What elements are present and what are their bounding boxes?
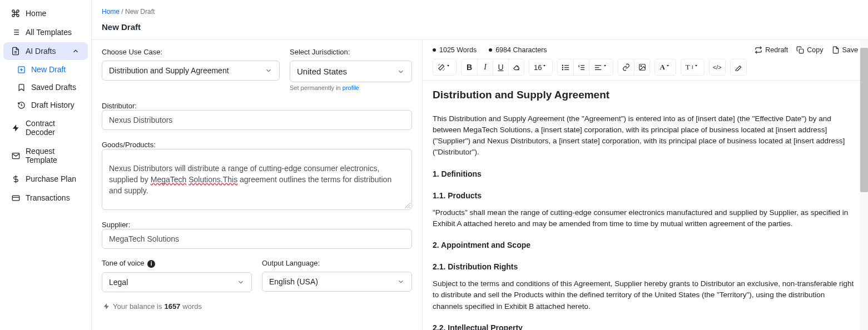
sidebar-item-label: Draft History bbox=[31, 101, 75, 109]
bold-button[interactable]: B bbox=[462, 59, 477, 75]
image-button[interactable] bbox=[634, 59, 649, 75]
sidebar-item-label: New Draft bbox=[31, 65, 66, 74]
svg-point-23 bbox=[562, 69, 563, 69]
editor-body[interactable]: Distribution and Supply Agreement This D… bbox=[423, 81, 868, 330]
use-case-select[interactable]: Distribution and Supply Agreement bbox=[102, 61, 280, 81]
svg-rect-15 bbox=[800, 49, 804, 53]
tone-label: Tone of voice i bbox=[102, 259, 252, 268]
magic-wand-button[interactable] bbox=[433, 59, 456, 75]
link-button[interactable] bbox=[618, 59, 634, 75]
svg-point-22 bbox=[562, 67, 563, 67]
sidebar-item-label: Contract Decoder bbox=[26, 119, 80, 137]
copy-button[interactable]: Copy bbox=[796, 46, 823, 54]
sidebar-sub-draft-history[interactable]: Draft History bbox=[9, 97, 88, 113]
dot-icon bbox=[489, 48, 492, 52]
svg-marker-33 bbox=[667, 65, 669, 67]
underline-button[interactable]: U bbox=[493, 59, 508, 75]
svg-rect-13 bbox=[12, 196, 19, 201]
sidebar: Home All Templates AI Drafts New Draft S… bbox=[0, 0, 92, 330]
char-count: 6984 Characters bbox=[495, 46, 547, 54]
sidebar-item-request-template[interactable]: Request Template bbox=[3, 142, 88, 169]
info-icon[interactable]: i bbox=[147, 260, 155, 268]
editor-stats: 1025 Words 6984 Characters bbox=[433, 46, 547, 54]
list-icon bbox=[11, 28, 20, 37]
sidebar-sub-saved-drafts[interactable]: Saved Drafts bbox=[9, 79, 88, 96]
sidebar-item-label: Request Template bbox=[26, 147, 80, 164]
lang-label: Output Language: bbox=[262, 259, 412, 267]
doc-heading: 2. Appointment and Scope bbox=[433, 239, 856, 251]
sidebar-item-home[interactable]: Home bbox=[3, 4, 88, 22]
lang-value: English (USA) bbox=[269, 277, 318, 286]
lang-select[interactable]: English (USA) bbox=[262, 272, 412, 292]
main-pane: Home / New Draft New Draft Choose Use Ca… bbox=[92, 0, 868, 330]
sidebar-item-purchase-plan[interactable]: Purchase Plan bbox=[3, 170, 88, 188]
jurisdiction-hint: Set permanently in profile bbox=[290, 84, 412, 91]
svg-marker-34 bbox=[695, 65, 697, 67]
mail-icon bbox=[11, 151, 20, 160]
supplier-input[interactable]: MegaTech Solutions bbox=[102, 229, 412, 249]
chevron-down-icon bbox=[397, 68, 405, 76]
redraft-button[interactable]: Redraft bbox=[754, 46, 788, 54]
form-pane: Choose Use Case: Distribution and Supply… bbox=[92, 40, 423, 330]
file-icon bbox=[11, 47, 20, 56]
sidebar-sub-new-draft[interactable]: New Draft bbox=[9, 61, 88, 78]
dot-icon bbox=[433, 48, 436, 52]
sidebar-item-label: Purchase Plan bbox=[26, 174, 76, 183]
doc-intro: This Distribution and Supply Agreement (… bbox=[433, 113, 856, 158]
ordered-list-button[interactable] bbox=[573, 59, 589, 75]
doc-heading: 1. Definitions bbox=[433, 168, 856, 180]
doc-paragraph: "Products" shall mean the range of cutti… bbox=[433, 207, 856, 230]
jurisdiction-select[interactable]: United States bbox=[290, 61, 412, 82]
sidebar-item-ai-drafts[interactable]: AI Drafts bbox=[3, 42, 88, 60]
plus-square-icon bbox=[17, 65, 26, 74]
sidebar-item-all-templates[interactable]: All Templates bbox=[3, 23, 88, 41]
doc-title: Distribution and Supply Agreement bbox=[433, 87, 856, 103]
card-icon bbox=[11, 193, 20, 202]
code-button[interactable]: </> bbox=[710, 59, 725, 75]
distributor-input[interactable]: Nexus Distributors bbox=[102, 110, 412, 130]
fontcolor-button[interactable]: A bbox=[655, 59, 675, 75]
editor-pane: 1025 Words 6984 Characters Redraft Copy … bbox=[423, 40, 868, 330]
dollar-icon bbox=[11, 174, 20, 183]
scrollbar-track[interactable] bbox=[860, 40, 868, 330]
italic-button[interactable]: I bbox=[477, 59, 493, 75]
distributor-label: Distributor: bbox=[102, 102, 137, 110]
sidebar-item-transactions[interactable]: Transactions bbox=[3, 189, 88, 207]
highlight-button[interactable] bbox=[731, 59, 746, 75]
sidebar-submenu: New Draft Saved Drafts Draft History bbox=[0, 61, 91, 113]
svg-point-32 bbox=[641, 66, 642, 67]
sidebar-item-label: Transactions bbox=[26, 193, 70, 202]
chevron-down-icon bbox=[397, 278, 405, 286]
refresh-icon bbox=[754, 46, 763, 54]
svg-marker-16 bbox=[447, 65, 449, 67]
doc-paragraph: Subject to the terms and conditions of t… bbox=[433, 278, 856, 312]
profile-link[interactable]: profile bbox=[343, 84, 359, 91]
eraser-button[interactable] bbox=[508, 59, 524, 75]
unordered-list-button[interactable] bbox=[558, 59, 573, 75]
save-button[interactable]: Save bbox=[831, 46, 859, 54]
breadcrumb-home[interactable]: Home bbox=[102, 8, 120, 16]
doc-subheading: 2.1. Distribution Rights bbox=[433, 261, 856, 273]
command-icon bbox=[11, 9, 20, 18]
svg-point-21 bbox=[562, 65, 563, 66]
use-case-value: Distribution and Supply Agreement bbox=[109, 66, 229, 75]
file-icon bbox=[831, 46, 840, 54]
align-button[interactable] bbox=[589, 59, 613, 75]
bookmark-icon bbox=[17, 83, 26, 92]
chevron-up-icon bbox=[71, 47, 80, 56]
sidebar-item-contract-decoder[interactable]: Contract Decoder bbox=[3, 114, 88, 141]
jurisdiction-label: Select Jurisdiction: bbox=[290, 48, 412, 56]
textstyle-button[interactable]: TI bbox=[681, 59, 704, 75]
chevron-down-icon bbox=[265, 67, 272, 74]
scrollbar-thumb[interactable] bbox=[860, 48, 868, 192]
page-title: New Draft bbox=[92, 19, 868, 39]
history-icon bbox=[17, 101, 26, 109]
balance-text: Your balance is 1657 words bbox=[102, 302, 412, 311]
sidebar-item-label: Home bbox=[26, 9, 46, 18]
fontsize-select[interactable]: 16 bbox=[529, 59, 552, 75]
editor-toolbar: B I U 16 A TI bbox=[423, 59, 868, 81]
resize-handle-icon[interactable] bbox=[405, 203, 410, 208]
goods-textarea[interactable]: Nexus Distributors will distribute a ran… bbox=[102, 149, 412, 210]
doc-subheading: 2.2. Intellectual Property bbox=[433, 322, 856, 330]
tone-select[interactable]: Legal bbox=[102, 272, 252, 292]
